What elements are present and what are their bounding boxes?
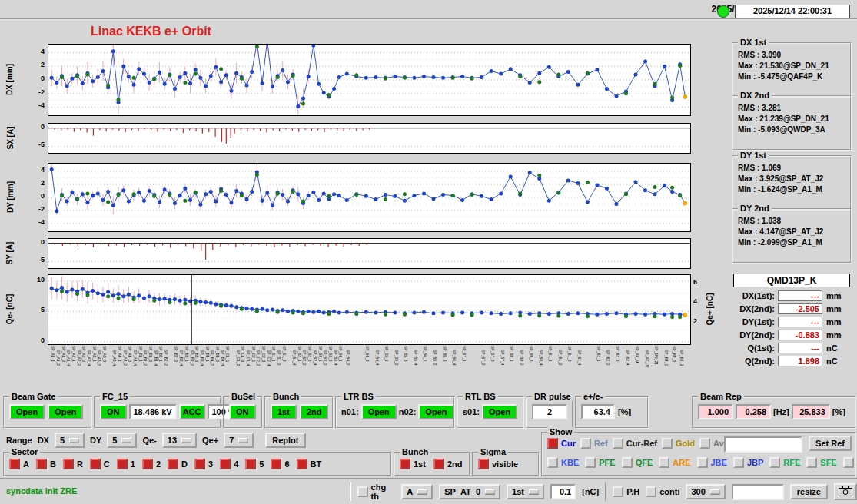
ltr-n01-open-button[interactable]: Open	[361, 404, 397, 419]
checkbox-indicator[interactable]	[659, 457, 669, 468]
checkbox-indicator[interactable]	[547, 438, 558, 449]
checkbox-bunch-2nd[interactable]: 2nd	[433, 459, 463, 469]
checkbox-conti[interactable]: conti	[646, 486, 679, 497]
sector-select[interactable]: A	[401, 484, 433, 499]
checkbox-show-QFE[interactable]: QFE	[622, 457, 653, 468]
set-ref-button[interactable]: Set Ref	[809, 436, 852, 451]
checkbox-show-Cur-Ref[interactable]: Cur-Ref	[613, 438, 657, 449]
bpm-label: SP_58_3	[529, 346, 533, 362]
checkbox-indicator[interactable]	[580, 438, 591, 449]
checkbox-indicator[interactable]	[9, 459, 20, 469]
busel-on-button[interactable]: ON	[229, 404, 256, 419]
checkbox-sector-1[interactable]: 1	[117, 459, 135, 469]
checkbox-indicator[interactable]	[733, 457, 744, 468]
checkbox-sector-R[interactable]: R	[63, 459, 83, 469]
checkbox-sector-C[interactable]: C	[90, 459, 110, 469]
range-dx-select[interactable]: 5	[55, 433, 85, 448]
camera-icon	[839, 486, 852, 496]
checkbox-indicator[interactable]	[646, 486, 656, 497]
checkbox-show-SFE[interactable]: SFE	[806, 457, 836, 468]
bunch-2nd-button[interactable]: 2nd	[300, 404, 329, 419]
screenshot-button[interactable]	[834, 483, 857, 500]
checkbox-indicator[interactable]	[806, 457, 817, 468]
ltr-n02-open-button[interactable]: Open	[418, 404, 453, 419]
rtl-s01-open-button[interactable]: Open	[482, 404, 517, 419]
checkbox-indicator[interactable]	[90, 459, 101, 469]
threshold-unit: [nC]	[582, 487, 599, 496]
checkbox-indicator[interactable]	[63, 459, 74, 469]
checkbox-show-Ref[interactable]: Ref	[580, 438, 608, 449]
checkbox-sector-D[interactable]: D	[168, 459, 188, 469]
checkbox-label: 6	[284, 459, 289, 469]
bunch-1st-button[interactable]: 1st	[271, 404, 297, 419]
checkbox-indicator[interactable]	[271, 459, 281, 469]
checkbox-indicator[interactable]	[769, 457, 780, 468]
checkbox-indicator[interactable]	[613, 486, 623, 497]
checkbox-sector-6[interactable]: 6	[271, 459, 289, 469]
threshold-field[interactable]: 0.1	[550, 484, 576, 499]
resize-button[interactable]: resize	[790, 484, 828, 499]
checkbox-sector-2[interactable]: 2	[142, 459, 161, 469]
checkbox-show-ARE[interactable]: ARE	[659, 457, 690, 468]
checkbox-indicator[interactable]	[220, 459, 231, 469]
range-qep-select[interactable]: 7	[224, 433, 254, 448]
dr-pulse-field[interactable]: 2	[532, 404, 567, 419]
checkbox-indicator[interactable]	[245, 459, 256, 469]
checkbox-sector-BT[interactable]: BT	[297, 459, 322, 469]
checkbox-sector-A[interactable]: A	[9, 459, 29, 469]
checkbox-indicator[interactable]	[478, 459, 489, 469]
checkbox-show-JBP[interactable]: JBP	[733, 457, 763, 468]
command-entry[interactable]	[732, 484, 784, 500]
checkbox-indicator[interactable]	[400, 459, 410, 469]
checkbox-show-KBE[interactable]: KBE	[547, 457, 579, 468]
checkbox-indicator[interactable]	[662, 438, 673, 449]
checkbox-indicator[interactable]	[36, 459, 47, 469]
application-window: 2025/12/14 22:00:31 v8.9 Linac KEKB e+ O…	[0, 0, 857, 504]
checkbox-show-ZRE[interactable]: ZRE	[843, 457, 857, 468]
checkbox-indicator[interactable]	[117, 459, 128, 469]
checkbox-bunch-1st[interactable]: 1st	[400, 459, 426, 469]
group-title: Sector	[9, 447, 40, 456]
eplus-eminus-unit: [%]	[618, 407, 631, 416]
checkbox-chg-th[interactable]: chg th	[357, 482, 395, 501]
checkbox-indicator[interactable]	[697, 457, 708, 468]
fc15-on-button[interactable]: ON	[100, 404, 127, 419]
checkbox-indicator[interactable]	[433, 459, 444, 469]
interval-select[interactable]: 300	[686, 484, 725, 499]
checkbox-indicator[interactable]	[297, 459, 307, 469]
checkbox-indicator[interactable]	[622, 457, 633, 468]
checkbox-show-RFE[interactable]: RFE	[769, 457, 800, 468]
checkbox-indicator[interactable]	[547, 457, 558, 468]
checkbox-show-Cur[interactable]: Cur	[547, 438, 576, 449]
checkbox-show-Gold[interactable]: Gold	[662, 438, 695, 449]
checkbox-sector-5[interactable]: 5	[245, 459, 264, 469]
checkbox-sector-3[interactable]: 3	[194, 459, 213, 469]
checkbox-sigma-visible[interactable]: visible	[478, 459, 518, 469]
checkbox-indicator[interactable]	[613, 438, 623, 449]
checkbox-indicator[interactable]	[142, 459, 153, 469]
fc15-acc-button[interactable]: ACC	[179, 404, 205, 419]
replot-button[interactable]: Replot	[265, 433, 305, 448]
checkbox-sector-B[interactable]: B	[36, 459, 56, 469]
monitor-name[interactable]: QMD13P_K	[733, 274, 850, 287]
checkbox-indicator[interactable]	[194, 459, 205, 469]
checkbox-sector-4[interactable]: 4	[220, 459, 238, 469]
checkbox-show-JBE[interactable]: JBE	[697, 457, 727, 468]
beam-gate-open-2-button[interactable]: Open	[48, 404, 83, 419]
checkbox-indicator[interactable]	[168, 459, 178, 469]
beam-gate-open-1-button[interactable]: Open	[9, 404, 45, 419]
checkbox-indicator[interactable]	[699, 438, 710, 449]
range-dy-select[interactable]: 5	[107, 433, 137, 448]
checkbox-indicator[interactable]	[843, 457, 854, 468]
bpm-select[interactable]: SP_AT_0	[439, 484, 500, 499]
reference-entry[interactable]	[724, 436, 802, 453]
checkbox-show-PFE[interactable]: PFE	[585, 457, 615, 468]
checkbox-indicator[interactable]	[357, 486, 368, 497]
checkbox-ph[interactable]: P.H	[613, 486, 639, 497]
bpm-label: SP_A2_4	[87, 350, 91, 366]
bunch-order-select[interactable]: 1st	[507, 484, 544, 499]
range-qem-select[interactable]: 13	[162, 433, 197, 448]
ltr-n01-label: n01:	[341, 407, 359, 416]
checkbox-indicator[interactable]	[585, 457, 596, 468]
bpm-label: SP_C1_4	[246, 350, 250, 366]
